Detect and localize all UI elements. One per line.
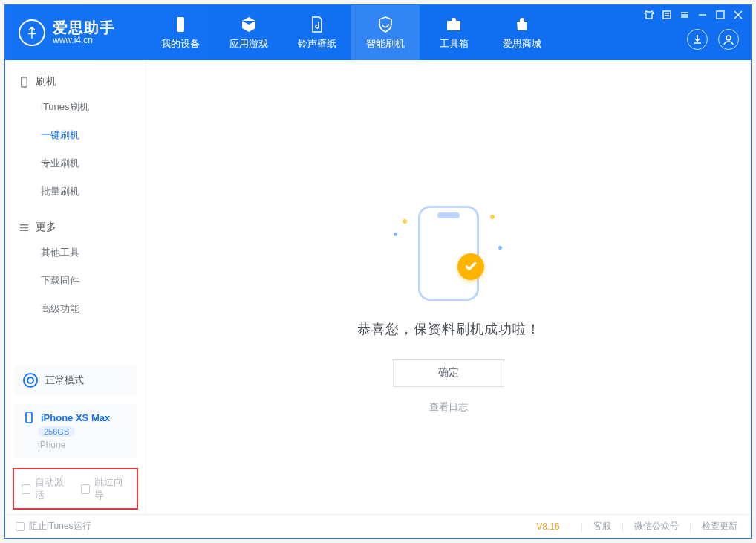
success-message: 恭喜您，保资料刷机成功啦！ — [357, 320, 541, 338]
sidebar-item-itunes-flash[interactable]: iTunes刷机 — [5, 93, 146, 121]
sidebar-head-more: 更多 — [5, 221, 146, 238]
body: 刷机 iTunes刷机 一键刷机 专业刷机 批量刷机 更多 其他工具 下载固件 — [5, 60, 751, 514]
block-itunes-input[interactable] — [16, 522, 25, 531]
skip-guide-input[interactable] — [81, 484, 90, 494]
check-update-link[interactable]: 检查更新 — [699, 520, 740, 533]
sidebar-item-firmware[interactable]: 下载固件 — [5, 267, 146, 295]
mode-label: 正常模式 — [45, 374, 84, 387]
close-button[interactable] — [733, 10, 743, 20]
logo-block: 爱思助手 www.i4.cn — [5, 5, 146, 60]
app-url: www.i4.cn — [53, 36, 115, 45]
tab-label: 工具箱 — [440, 37, 469, 51]
options-highlight: 自动激活 跳过向导 — [13, 468, 138, 510]
maximize-button[interactable] — [715, 10, 726, 20]
phone-small-icon — [23, 412, 35, 423]
sidebar-section-more: 更多 其他工具 下载固件 高级功能 — [5, 206, 146, 323]
note-icon[interactable] — [662, 10, 672, 20]
list-icon — [19, 222, 30, 233]
mode-icon — [23, 373, 38, 388]
version-label: V8.16 — [536, 521, 559, 532]
shirt-icon[interactable] — [644, 10, 654, 20]
device-capacity: 256GB — [38, 426, 75, 437]
tab-smart-flash[interactable]: 智能刷机 — [351, 5, 420, 60]
device-name: iPhone XS Max — [41, 412, 110, 423]
sidebar-item-other-tools[interactable]: 其他工具 — [5, 238, 146, 267]
sidebar-item-oneclick-flash[interactable]: 一键刷机 — [5, 121, 146, 149]
sidebar-section-flash: 刷机 iTunes刷机 一键刷机 专业刷机 批量刷机 — [5, 60, 146, 206]
tab-store[interactable]: 爱思商城 — [488, 5, 556, 60]
svg-rect-2 — [663, 11, 671, 19]
view-log-link[interactable]: 查看日志 — [429, 400, 468, 414]
nav-tabs: 我的设备 应用游戏 铃声壁纸 智能刷机 工具箱 爱思商城 — [146, 5, 556, 60]
download-button[interactable] — [687, 29, 708, 50]
checkbox-label: 阻止iTunes运行 — [29, 520, 91, 533]
skip-guide-checkbox[interactable]: 跳过向导 — [81, 475, 130, 502]
sidebar-head-flash: 刷机 — [5, 75, 146, 93]
header-actions — [687, 29, 743, 50]
sidebar: 刷机 iTunes刷机 一键刷机 专业刷机 批量刷机 更多 其他工具 下载固件 — [5, 60, 146, 514]
minimize-button[interactable] — [697, 10, 708, 20]
menu-icon[interactable] — [680, 10, 690, 20]
logo-text: 爱思助手 www.i4.cn — [53, 19, 115, 45]
sidebar-head-label: 更多 — [36, 221, 56, 234]
bag-icon — [512, 15, 532, 34]
sidebar-item-advanced[interactable]: 高级功能 — [5, 295, 146, 323]
tab-label: 智能刷机 — [366, 37, 405, 51]
support-link[interactable]: 客服 — [590, 520, 614, 533]
logo-icon — [19, 19, 45, 46]
svg-rect-1 — [447, 21, 460, 30]
sidebar-item-pro-flash[interactable]: 专业刷机 — [5, 149, 146, 178]
auto-activate-checkbox[interactable]: 自动激活 — [22, 475, 71, 502]
tab-label: 铃声壁纸 — [298, 37, 336, 51]
tab-media[interactable]: 铃声壁纸 — [283, 5, 351, 60]
window-controls — [644, 10, 743, 20]
block-itunes-checkbox[interactable]: 阻止iTunes运行 — [16, 520, 91, 533]
briefcase-icon — [444, 15, 463, 34]
header-right — [644, 5, 751, 60]
header: 爱思助手 www.i4.cn 我的设备 应用游戏 铃声壁纸 智能刷机 — [5, 5, 751, 60]
tab-label: 应用游戏 — [229, 37, 268, 51]
cube-icon — [239, 15, 258, 34]
svg-rect-5 — [22, 77, 27, 86]
mode-card[interactable]: 正常模式 — [14, 365, 137, 395]
wechat-link[interactable]: 微信公众号 — [631, 520, 682, 533]
tab-label: 爱思商城 — [503, 37, 541, 51]
sidebar-head-label: 刷机 — [36, 75, 56, 88]
sidebar-item-batch-flash[interactable]: 批量刷机 — [5, 178, 146, 206]
tab-apps[interactable]: 应用游戏 — [215, 5, 283, 60]
success-illustration — [382, 201, 515, 305]
svg-rect-0 — [177, 17, 184, 32]
shield-refresh-icon — [376, 15, 395, 34]
phone-icon — [171, 15, 190, 34]
tab-label: 我的设备 — [161, 37, 200, 51]
app-window: 爱思助手 www.i4.cn 我的设备 应用游戏 铃声壁纸 智能刷机 — [4, 4, 752, 539]
check-icon — [457, 253, 484, 280]
main-pane: 恭喜您，保资料刷机成功啦！ 确定 查看日志 — [146, 60, 751, 514]
checkbox-label: 跳过向导 — [94, 475, 129, 502]
device-icon — [19, 77, 30, 88]
app-name: 爱思助手 — [53, 19, 115, 36]
device-type: iPhone — [38, 440, 65, 450]
svg-rect-6 — [26, 412, 32, 423]
confirm-button[interactable]: 确定 — [393, 359, 504, 387]
account-button[interactable] — [718, 29, 739, 50]
auto-activate-input[interactable] — [22, 484, 30, 494]
tab-my-device[interactable]: 我的设备 — [146, 5, 215, 60]
svg-point-4 — [726, 36, 731, 40]
music-file-icon — [307, 15, 327, 34]
tab-toolbox[interactable]: 工具箱 — [420, 5, 488, 60]
device-card[interactable]: iPhone XS Max 256GB iPhone — [14, 404, 137, 458]
checkbox-label: 自动激活 — [35, 475, 70, 502]
status-bar: 阻止iTunes运行 V8.16 | 客服 | 微信公众号 | 检查更新 — [5, 514, 751, 538]
svg-rect-3 — [717, 11, 724, 19]
